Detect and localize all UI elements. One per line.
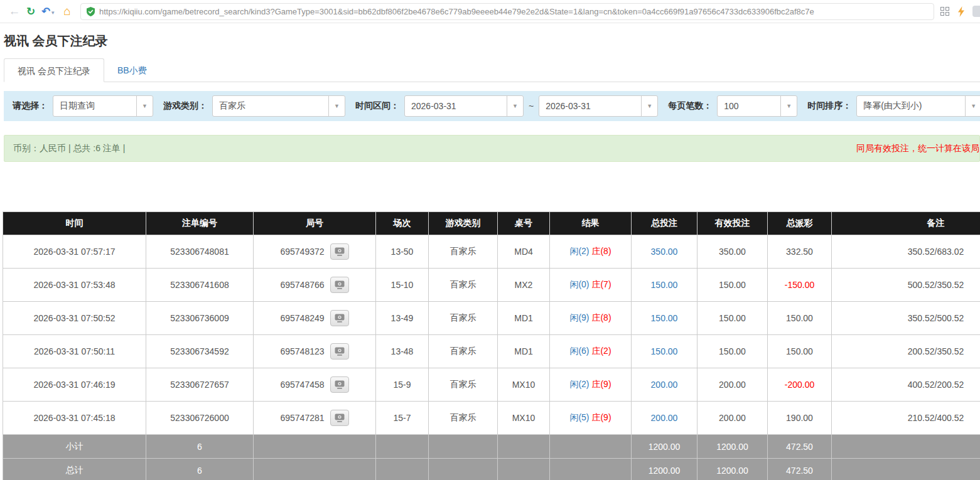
bet-row: 2026-03-31 07:50:52523306736009695748249… [3,302,980,335]
page-size-select[interactable]: 100 ▼ [717,95,797,117]
sort-select[interactable]: 降幂(由大到小) ▼ [856,95,980,117]
video-replay-button[interactable] [330,243,349,260]
round-number: 695748766 [280,280,324,290]
chevron-down-icon: ▼ [328,96,345,116]
round-cell: 695749372 [254,235,376,269]
footer-cell: 小计 [3,435,146,459]
note-cell: 350.52/500.52 [832,302,980,335]
payout-cell: -150.00 [768,269,832,302]
bet-id-cell: 523306727657 [146,368,254,402]
footer-cell [429,435,498,459]
note-cell: 200.52/350.52 [832,335,980,368]
column-header: 桌号 [498,212,550,235]
chevron-down-icon: ▼ [507,96,523,116]
footer-cell: 1200.00 [632,435,697,459]
time-cell: 2026-03-31 07:53:48 [3,269,146,302]
round-number: 695748123 [280,346,324,356]
address-bar[interactable]: https://kiqiiu.com/game/betrecord_search… [80,3,934,20]
footer-cell [832,435,980,459]
summary-totals-text: 币别：人民币 | 总共 :6 注单 | [13,143,125,154]
result-player: 闲(6) [569,346,589,356]
subtotal-row: 小计61200.001200.00472.50 [3,435,980,459]
game-type-cell: 百家乐 [429,269,498,302]
payout-cell: -200.00 [768,368,832,402]
game-type-cell: 百家乐 [429,335,498,368]
result-cell: 闲(9) 庄(8) [550,302,632,335]
footer-cell [376,435,429,459]
video-replay-button[interactable] [330,277,349,293]
round-number: 695747458 [280,380,324,390]
result-cell: 闲(2) 庄(9) [550,368,632,402]
apps-grid-icon[interactable] [940,7,950,16]
result-banker: 庄(7) [591,279,611,289]
tab-bar: 视讯 会员下注纪录 BB小费 [4,58,980,82]
sort-label: 时间排序： [807,100,851,112]
video-replay-button[interactable] [330,310,349,326]
footer-cell [498,459,550,480]
column-header: 场次 [376,212,429,235]
session-cell: 13-49 [376,302,429,335]
round-wrap: 695748766 [254,277,375,293]
footer-cell: 6 [146,459,254,480]
date-from-select[interactable]: 2026-03-31 ▼ [404,95,524,117]
cut-off-icon[interactable] [972,6,980,17]
page-title: 视讯 会员下注纪录 [4,33,980,50]
round-cell: 695748766 [254,269,376,302]
page-size-value: 100 [718,101,780,111]
video-replay-button[interactable] [330,376,349,393]
session-cell: 15-10 [376,269,429,302]
total-row: 总计61200.001200.00472.50 [3,459,980,480]
column-header: 时间 [3,212,146,235]
note-cell: 210.52/400.52 [832,402,980,435]
result-banker: 庄(8) [591,246,611,256]
query-type-select[interactable]: 日期查询 ▼ [53,95,153,117]
result-player: 闲(9) [569,312,589,323]
round-number: 695748249 [280,313,324,323]
chevron-down-icon: ▼ [50,10,55,16]
date-to-select[interactable]: 2026-03-31 ▼ [539,95,658,117]
video-replay-button[interactable] [330,410,349,426]
chevron-down-icon: ▼ [136,96,153,116]
total-bet-cell: 150.00 [632,335,697,368]
lightning-icon[interactable] [957,6,965,17]
session-cell: 15-7 [376,402,429,435]
game-type-value: 百家乐 [213,100,328,112]
time-cell: 2026-03-31 07:45:18 [3,402,146,435]
bet-id-cell: 523306741608 [146,269,254,302]
game-type-cell: 百家乐 [429,402,498,435]
tab-bb-tip[interactable]: BB小费 [104,58,160,82]
total-bet-cell: 150.00 [632,302,697,335]
tab-betrecord[interactable]: 视讯 会员下注纪录 [4,58,104,82]
summary-bar: 币别：人民币 | 总共 :6 注单 | 同局有效投注，统一计算在该局第 [4,135,980,162]
footer-cell: 472.50 [768,459,832,480]
result-banker: 庄(9) [591,412,611,422]
session-cell: 15-9 [376,368,429,402]
game-type-select[interactable]: 百家乐 ▼ [212,95,345,117]
bet-row: 2026-03-31 07:53:48523306741608695748766… [3,269,980,302]
summary-notice-text: 同局有效投注，统一计算在该局第 [856,143,980,154]
payout-cell: 150.00 [768,335,832,368]
home-button[interactable]: ⌂ [59,3,75,20]
round-cell: 695747458 [254,368,376,402]
undo-icon: ↶ [41,5,50,18]
footer-cell [498,435,550,459]
result-cell: 闲(2) 庄(8) [550,235,632,269]
back-button[interactable]: ← [6,3,23,20]
total-bet-cell: 200.00 [632,402,697,435]
url-text: https://kiqiiu.com/game/betrecord_search… [99,7,814,16]
column-header: 游戏类别 [429,212,498,235]
sort-value: 降幂(由大到小) [857,100,965,112]
bet-table: 时间注单编号局号场次游戏类别桌号结果总投注有效投注总派彩备注 2026-03-3… [3,211,980,480]
round-wrap: 695748249 [254,310,375,326]
round-number: 695749372 [280,247,324,257]
video-replay-button[interactable] [330,343,349,360]
round-wrap: 695749372 [254,243,375,260]
back-icon: ← [9,4,21,18]
page-size-label: 每页笔数： [668,100,712,112]
home-icon: ⌂ [63,4,70,18]
column-header: 总投注 [632,212,697,235]
round-cell: 695748249 [254,302,376,335]
refresh-button[interactable]: ↻ [23,3,39,20]
chevron-down-icon: ▼ [641,96,657,116]
undo-button[interactable]: ↶ ▼ [39,3,59,20]
